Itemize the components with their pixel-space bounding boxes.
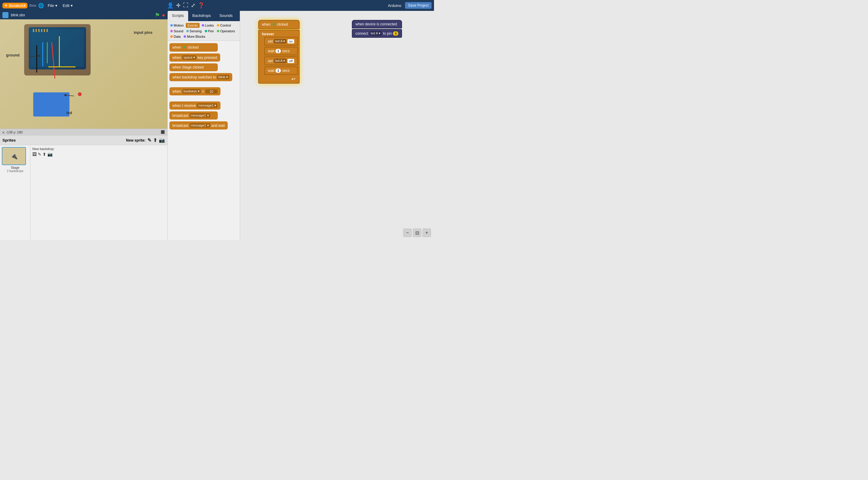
zoom-fit-button[interactable]: ⊟ (413, 228, 421, 237)
block-when-flag-clicked[interactable]: when ⚑ clicked (169, 43, 218, 52)
zoom-out-button[interactable]: − (403, 228, 412, 237)
script-when-flag-clicked[interactable]: when ⚑ clicked (258, 20, 300, 29)
sensing-dot (186, 30, 189, 32)
script-set-led-off[interactable]: set led A ▾ off (264, 57, 298, 65)
block-when-backdrop-switches[interactable]: when backdrop switches to blink ▾ (169, 73, 232, 81)
broadcast-wait-dropdown[interactable]: message1 ▾ (190, 123, 210, 128)
key-dropdown[interactable]: space ▾ (182, 55, 196, 60)
move-icon[interactable]: ✛ (176, 2, 181, 9)
events-label: Events (188, 24, 198, 27)
block-when-stage-clicked[interactable]: when Stage clicked (169, 63, 218, 71)
led-var-dropdown-2[interactable]: led A ▾ (274, 59, 286, 63)
stage-sprite-area: 🔌 Stage 2 backdrops (0, 145, 30, 240)
category-motion[interactable]: Motion (169, 23, 185, 28)
to-pin-label: to pin (383, 31, 392, 36)
broadcast-dropdown[interactable]: message1 ▾ (190, 113, 210, 118)
secs-label-1: secs (282, 49, 290, 53)
led-connect-dropdown[interactable]: led A ▾ (369, 31, 382, 36)
category-pen[interactable]: Pen (204, 29, 215, 33)
label-ground: ground (6, 53, 20, 57)
globe-icon[interactable]: 🌐 (38, 3, 44, 8)
receive-dropdown[interactable]: message1 ▾ (197, 103, 217, 108)
edit-menu[interactable]: Edit ▾ (61, 3, 74, 8)
control-label: Control (220, 24, 231, 27)
script-connect-led[interactable]: connect led A ▾ to pin 9 (352, 29, 402, 38)
forever-block[interactable]: forever set led A ▾ on wait 1 secs (258, 30, 300, 84)
expand-button[interactable]: ⬛ (161, 130, 165, 134)
stage-icon (2, 12, 8, 18)
when-backdrop-label: when backdrop switches to (173, 75, 216, 79)
sensing-label: Sensing (190, 29, 202, 33)
scratch-logo[interactable]: ✦ ScratchX (2, 3, 28, 8)
wait-val-1[interactable]: 1 (275, 49, 281, 53)
fullscreen-icon[interactable]: ⛶ (183, 2, 188, 9)
clicked-label-1: clicked (188, 45, 199, 50)
help-icon[interactable]: ❓ (198, 2, 205, 9)
zoom-in-button[interactable]: + (423, 228, 431, 237)
repeat-arrow-icon: ↩ (291, 76, 296, 82)
block-palette: Scripts Backdrops Sounds Motion Events L… (167, 11, 240, 240)
sound-label: Sound (174, 29, 183, 33)
script-set-led-on[interactable]: set led A ▾ on (264, 37, 298, 45)
category-sound[interactable]: Sound (169, 29, 184, 33)
stage-controls: ⚑ ● (155, 11, 165, 19)
pen-label: Pen (208, 29, 214, 33)
tab-sounds[interactable]: Sounds (215, 11, 237, 21)
main-layout: blink.sbx ⚑ ● (0, 11, 434, 240)
forever-body: set led A ▾ on wait 1 secs set (264, 37, 298, 75)
looks-dot (202, 24, 204, 27)
sprites-panel: Sprites New sprite: ✎ ⬆ 📷 🔌 Stage 2 back… (0, 135, 167, 240)
sensor-dropdown[interactable]: loudness ▾ (182, 89, 201, 94)
stage-container: blink.sbx ⚑ ● (0, 11, 167, 129)
arduino-label: Arduino (388, 3, 401, 8)
gt-label: > (202, 89, 204, 94)
script-when-device-connected[interactable]: when device is connected (352, 20, 402, 28)
green-flag-button[interactable]: ⚑ (155, 11, 160, 19)
category-events[interactable]: Events (186, 23, 199, 28)
and-wait-label: and wait (211, 124, 225, 128)
led-var-dropdown-1[interactable]: led A ▾ (274, 39, 286, 43)
category-more-blocks[interactable]: More Blocks (183, 34, 206, 39)
block-when-receive[interactable]: when I receive message1 ▾ (169, 101, 220, 109)
stop-button[interactable]: ● (162, 12, 165, 19)
category-looks[interactable]: Looks (201, 23, 215, 28)
stage-sprite-thumb[interactable]: 🔌 (2, 147, 26, 165)
script-wait-1[interactable]: wait 1 secs (264, 47, 298, 55)
category-control[interactable]: Control (216, 23, 231, 28)
connect-label: connect (355, 31, 368, 36)
resize-icon[interactable]: ⤢ (191, 2, 195, 9)
pen-dot (205, 30, 207, 32)
draw-backdrop-button[interactable]: ✎ (38, 152, 41, 157)
sprites-label: Sprites (2, 138, 16, 142)
save-project-button[interactable]: Save Project (405, 2, 432, 9)
script-wait-2[interactable]: wait 1 secs (264, 66, 298, 75)
photo-sprite-button[interactable]: 📷 (159, 137, 165, 143)
category-data[interactable]: Data (169, 34, 182, 39)
led-board (33, 92, 69, 117)
data-dot (170, 35, 173, 38)
upload-sprite-button[interactable]: ⬆ (153, 137, 157, 143)
script-canvas[interactable]: when ⚑ clicked forever set led A ▾ on (240, 11, 434, 240)
wait-val-2[interactable]: 1 (275, 68, 281, 73)
backdrop-dropdown[interactable]: blink ▾ (217, 75, 229, 79)
tab-backdrops[interactable]: Backdrops (188, 11, 215, 21)
stage-canvas[interactable]: ground input pins led (0, 18, 167, 129)
camera-backdrop-button[interactable]: 📷 (48, 152, 53, 157)
block-broadcast[interactable]: broadcast message1 ▾ (169, 111, 218, 120)
tab-scripts[interactable]: Scripts (167, 11, 188, 21)
beta-label: Beta (29, 4, 36, 7)
draw-sprite-button[interactable]: ✎ (147, 137, 151, 143)
loudness-value[interactable]: 10 (205, 89, 217, 94)
block-when-key-pressed[interactable]: when space ▾ key pressed (169, 54, 220, 62)
label-led: led (66, 110, 72, 115)
image-icon[interactable]: 🖼 (32, 152, 36, 157)
category-operators[interactable]: Operators (216, 29, 236, 33)
sprites-header: Sprites New sprite: ✎ ⬆ 📷 (0, 135, 167, 145)
category-sensing[interactable]: Sensing (185, 29, 203, 33)
motion-label: Motion (174, 24, 184, 27)
person-icon[interactable]: 👤 (167, 2, 174, 9)
block-when-loudness[interactable]: when loudness ▾ > 10 (169, 87, 220, 95)
upload-backdrop-button[interactable]: ⬆ (42, 152, 46, 157)
file-menu[interactable]: File ▾ (46, 3, 59, 8)
block-broadcast-wait[interactable]: broadcast message1 ▾ and wait (169, 121, 228, 129)
